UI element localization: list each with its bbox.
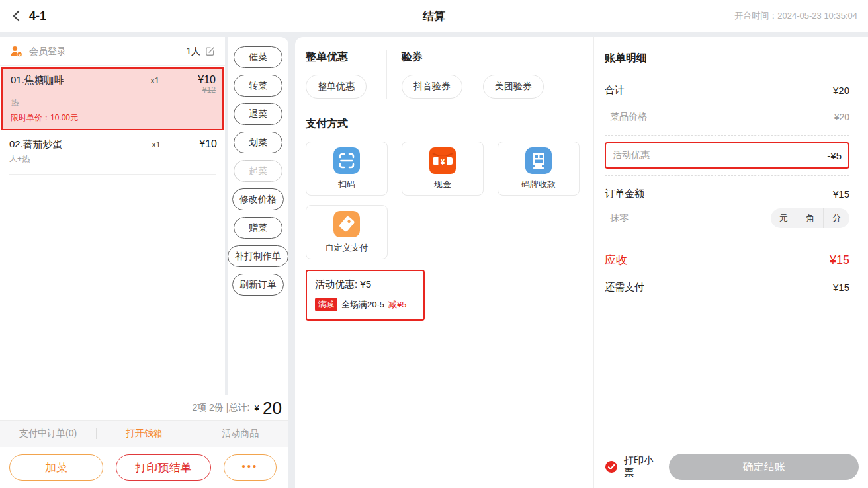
- tab-paying-orders[interactable]: 支付中订单(0): [0, 421, 96, 447]
- rounding-option-fen[interactable]: 分: [823, 208, 849, 228]
- pay-scan-label: 扫码: [338, 179, 355, 190]
- rounding-option-yuan[interactable]: 元: [771, 208, 797, 228]
- item-qty: x1: [152, 138, 199, 149]
- item-divider: [9, 174, 216, 175]
- member-count: 1人: [186, 46, 200, 58]
- item-original-price: ¥12: [198, 85, 216, 95]
- action-refresh-order[interactable]: 刷新订单: [232, 274, 284, 296]
- pay-qr-plate-tile[interactable]: 码牌收款: [498, 142, 580, 196]
- svg-text:¥: ¥: [441, 157, 445, 166]
- bill-details-section: 账单明细 合计 ¥20 菜品价格 ¥20 活动优惠 -¥5 订单金额 ¥15 抹…: [593, 37, 868, 488]
- member-login-label: 会员登录: [29, 46, 66, 58]
- order-list: v 会员登录 1人 01.焦糖咖啡 x1: [0, 37, 225, 395]
- pay-custom-label: 自定义支付: [326, 242, 369, 254]
- bill-dish-value: ¥20: [834, 112, 849, 122]
- order-panel: v 会员登录 1人 01.焦糖咖啡 x1: [0, 37, 288, 488]
- order-totals-row: 2项 2份 |总计: ¥ 20: [0, 395, 288, 420]
- action-modify-price[interactable]: 修改价格: [232, 188, 284, 210]
- rounding-segmented-control: 元 角 分: [771, 208, 849, 228]
- promo-title: 活动优惠: ¥5: [315, 278, 413, 291]
- bill-receivable-value: ¥15: [830, 253, 849, 267]
- action-urge-dish[interactable]: 催菜: [234, 46, 282, 68]
- topbar: 4-1 结算 开台时间：2024-05-23 10:35:04: [0, 0, 868, 32]
- bill-receivable-label: 应收: [605, 253, 627, 268]
- order-list-area: v 会员登录 1人 01.焦糖咖啡 x1: [0, 37, 288, 395]
- pay-custom-tile[interactable]: 自定义支付: [306, 205, 388, 259]
- order-item[interactable]: 02.蕃茄炒蛋 x1 ¥10 大+热: [0, 130, 225, 170]
- bill-dish-price-row: 菜品价格 ¥20: [605, 111, 849, 123]
- bill-due-label: 还需支付: [605, 281, 644, 294]
- action-reprint-ticket[interactable]: 补打制作单: [228, 245, 288, 267]
- bill-rounding-label: 抹零: [610, 212, 629, 224]
- bill-promo-label: 活动优惠: [613, 149, 650, 161]
- coupon-header: 验券: [402, 50, 544, 64]
- payment-tiles: 扫码 ¥ 现金: [306, 142, 593, 259]
- print-receipt-label: 打印小票: [624, 454, 663, 479]
- promo-reduction: 减¥5: [388, 299, 406, 311]
- bill-total-value: ¥20: [833, 85, 849, 96]
- item-price: ¥10: [198, 74, 216, 86]
- totals-currency: ¥: [254, 403, 259, 413]
- bill-receivable-row: 应收 ¥15: [605, 253, 849, 268]
- print-pre-bill-button[interactable]: 打印预结单: [116, 454, 211, 481]
- bill-promo-row: 活动优惠 -¥5: [605, 142, 849, 169]
- edit-icon[interactable]: [204, 46, 216, 57]
- item-price: ¥10: [199, 138, 217, 150]
- action-return-dish[interactable]: 退菜: [234, 103, 282, 125]
- bill-total-row: 合计 ¥20: [605, 84, 849, 97]
- pay-cash-label: 现金: [434, 179, 451, 190]
- bottom-tabs: 支付中订单(0) 打开钱箱 活动商品: [0, 420, 288, 447]
- bill-rounding-row: 抹零 元 角 分: [605, 208, 849, 228]
- tag-icon: [333, 211, 360, 237]
- qr-plate-icon: [525, 147, 552, 174]
- discount-header: 整单优惠: [306, 50, 367, 64]
- cash-icon: ¥: [429, 147, 456, 174]
- item-name: 01.焦糖咖啡: [11, 74, 150, 87]
- bill-total-label: 合计: [605, 84, 625, 97]
- pay-qr-plate-label: 码牌收款: [521, 179, 556, 190]
- open-time-value: 2024-05-23 10:35:04: [777, 11, 857, 20]
- item-qty: x1: [150, 74, 198, 85]
- more-actions-button[interactable]: •••: [224, 454, 277, 481]
- rounding-option-jiao[interactable]: 角: [797, 208, 823, 228]
- promo-discount-box: 活动优惠: ¥5 满减 全场满20-5 减¥5: [306, 270, 425, 321]
- bill-due-value: ¥15: [833, 282, 849, 293]
- promo-description: 全场满20-5: [341, 299, 384, 311]
- bill-order-value: ¥15: [833, 188, 849, 200]
- bill-header: 账单明细: [605, 52, 849, 65]
- scan-icon: [333, 147, 360, 174]
- totals-summary-text: 2项 2份 |总计:: [192, 402, 249, 414]
- bill-order-amount-row: 订单金额 ¥15: [605, 188, 849, 200]
- bill-footer: 打印小票 确定结账: [605, 454, 859, 480]
- douyin-coupon-button[interactable]: 抖音验券: [402, 75, 462, 99]
- action-transfer-dish[interactable]: 转菜: [234, 75, 282, 97]
- payment-section: 整单优惠 整单优惠 验券 抖音验券 美团验券 支付方式: [295, 37, 593, 488]
- bill-dish-label: 菜品价格: [610, 111, 647, 123]
- checkout-panel: 整单优惠 整单优惠 验券 抖音验券 美团验券 支付方式: [295, 37, 868, 488]
- solid-divider: [605, 239, 849, 239]
- side-actions-column: 催菜 转菜 退菜 划菜 起菜 修改价格 赠菜 补打制作单 刷新订单: [225, 37, 288, 395]
- bill-promo-value: -¥5: [827, 150, 842, 161]
- item-spec: 热: [11, 97, 216, 108]
- action-gift-dish[interactable]: 赠菜: [234, 217, 282, 239]
- action-mark-dish[interactable]: 划菜: [234, 132, 282, 153]
- confirm-checkout-button[interactable]: 确定结账: [669, 454, 859, 480]
- member-icon: v: [9, 45, 24, 58]
- add-dish-button[interactable]: 加菜: [9, 454, 103, 481]
- bill-order-label: 订单金额: [605, 188, 644, 200]
- order-item-highlighted[interactable]: 01.焦糖咖啡 x1 ¥10 ¥12 热 限时单价：10.00元: [1, 67, 224, 130]
- bill-due-row: 还需支付 ¥15: [605, 281, 849, 294]
- tab-promo-items[interactable]: 活动商品: [193, 421, 288, 447]
- item-limited-price-note: 限时单价：10.00元: [11, 112, 216, 124]
- open-time-label: 开台时间：: [734, 11, 777, 20]
- pay-scan-tile[interactable]: 扫码: [306, 142, 388, 196]
- tab-open-cashbox[interactable]: 打开钱箱: [96, 421, 192, 447]
- whole-order-discount-button[interactable]: 整单优惠: [306, 75, 367, 99]
- dashed-divider: [605, 135, 849, 136]
- member-login-row[interactable]: v 会员登录 1人: [0, 37, 225, 66]
- print-receipt-checkbox[interactable]: [605, 460, 618, 473]
- dashed-divider: [605, 175, 849, 176]
- meituan-coupon-button[interactable]: 美团验券: [483, 75, 544, 99]
- bottom-actions: 加菜 打印预结单 •••: [0, 447, 288, 488]
- pay-cash-tile[interactable]: ¥ 现金: [402, 142, 484, 196]
